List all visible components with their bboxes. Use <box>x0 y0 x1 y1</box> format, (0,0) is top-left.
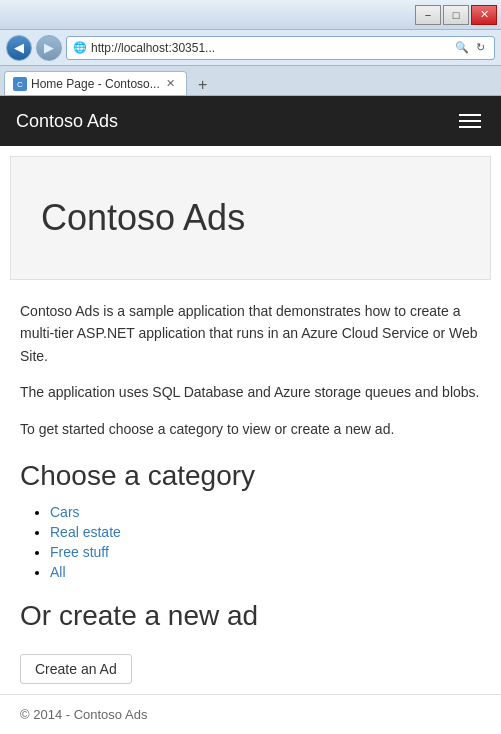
category-link-cars[interactable]: Cars <box>50 504 80 520</box>
address-bar: ◀ ▶ 🌐 http://localhost:30351... 🔍 ↻ <box>0 30 501 66</box>
forward-icon: ▶ <box>44 40 54 55</box>
tab-favicon: C <box>13 77 27 91</box>
tab-close-icon[interactable]: ✕ <box>164 77 178 91</box>
list-item: All <box>50 564 481 580</box>
list-item: Real estate <box>50 524 481 540</box>
navbar-toggle-button[interactable] <box>455 110 485 132</box>
navbar: Contoso Ads <box>0 96 501 146</box>
hero-title: Contoso Ads <box>41 197 460 239</box>
active-tab[interactable]: C Home Page - Contoso... ✕ <box>4 71 187 95</box>
url-text: http://localhost:30351... <box>91 41 450 55</box>
search-icon[interactable]: 🔍 <box>454 40 470 56</box>
forward-button[interactable]: ▶ <box>36 35 62 61</box>
content-section: Contoso Ads is a sample application that… <box>0 280 501 694</box>
category-link-real-estate[interactable]: Real estate <box>50 524 121 540</box>
minimize-button[interactable]: − <box>415 5 441 25</box>
window-controls: − □ ✕ <box>415 5 497 25</box>
hamburger-line-3 <box>459 126 481 128</box>
category-list: Cars Real estate Free stuff All <box>20 504 481 580</box>
description-paragraph-2: The application uses SQL Database and Az… <box>20 381 481 403</box>
title-bar: − □ ✕ <box>0 0 501 30</box>
footer-text: © 2014 - Contoso Ads <box>20 707 147 722</box>
close-button[interactable]: ✕ <box>471 5 497 25</box>
navbar-brand: Contoso Ads <box>16 111 118 132</box>
list-item: Free stuff <box>50 544 481 560</box>
hamburger-line-2 <box>459 120 481 122</box>
refresh-icon[interactable]: ↻ <box>472 40 488 56</box>
window-chrome: − □ ✕ ◀ ▶ 🌐 http://localhost:30351... 🔍 … <box>0 0 501 96</box>
svg-text:C: C <box>17 80 23 89</box>
new-tab-button[interactable]: + <box>191 75 215 95</box>
description-paragraph-3: To get started choose a category to view… <box>20 418 481 440</box>
category-link-all[interactable]: All <box>50 564 66 580</box>
tab-title: Home Page - Contoso... <box>31 77 160 91</box>
tab-bar: C Home Page - Contoso... ✕ + <box>0 66 501 96</box>
create-heading: Or create a new ad <box>20 600 481 632</box>
category-link-free-stuff[interactable]: Free stuff <box>50 544 109 560</box>
hamburger-line-1 <box>459 114 481 116</box>
list-item: Cars <box>50 504 481 520</box>
description-paragraph-1: Contoso Ads is a sample application that… <box>20 300 481 367</box>
page-footer: © 2014 - Contoso Ads <box>0 694 501 734</box>
url-bar[interactable]: 🌐 http://localhost:30351... 🔍 ↻ <box>66 36 495 60</box>
url-actions: 🔍 ↻ <box>454 40 488 56</box>
create-ad-button[interactable]: Create an Ad <box>20 654 132 684</box>
back-button[interactable]: ◀ <box>6 35 32 61</box>
hero-section: Contoso Ads <box>10 156 491 280</box>
page-icon: 🌐 <box>73 41 87 54</box>
back-icon: ◀ <box>14 40 24 55</box>
maximize-button[interactable]: □ <box>443 5 469 25</box>
page-content: Contoso Ads Contoso Ads is a sample appl… <box>0 146 501 698</box>
category-heading: Choose a category <box>20 460 481 492</box>
